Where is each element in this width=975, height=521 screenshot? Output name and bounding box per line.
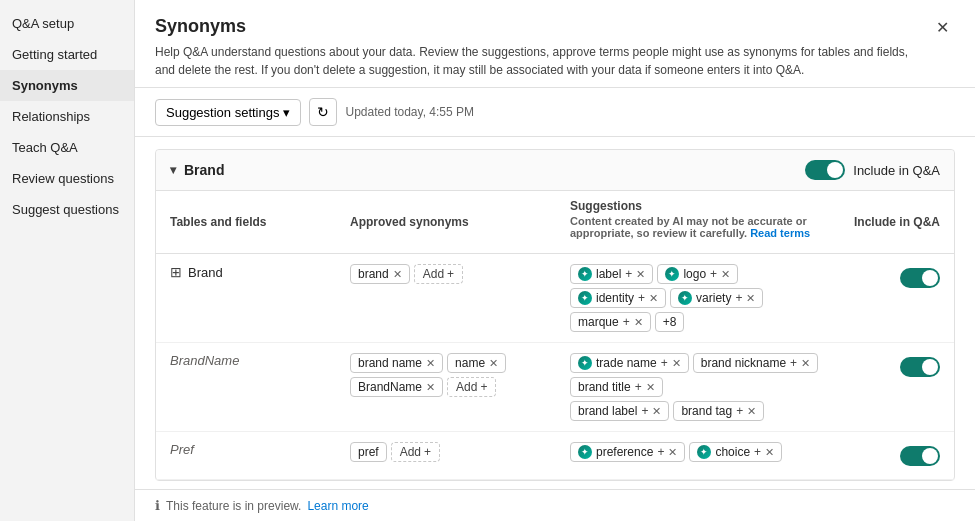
info-icon: ℹ	[155, 498, 160, 513]
toolbar: Suggestion settings ▾ ↻ Updated today, 4…	[135, 88, 975, 137]
approve-suggestion-button[interactable]: +	[736, 404, 743, 418]
sidebar-item-synonyms[interactable]: Synonyms	[0, 70, 134, 101]
remove-tag-button[interactable]: ✕	[393, 268, 402, 281]
col-header-tables-fields: Tables and fields	[156, 191, 336, 254]
sidebar-item-review-questions[interactable]: Review questions	[0, 163, 134, 194]
brandname-row-toggle[interactable]	[900, 357, 940, 377]
brand-section-title: Brand	[184, 162, 224, 178]
reject-suggestion-button[interactable]: ✕	[636, 268, 645, 281]
reject-suggestion-button[interactable]: ✕	[634, 316, 643, 329]
approve-suggestion-button[interactable]: +	[635, 380, 642, 394]
content-area: ▾ Brand Include in Q&A Tables and fi	[135, 137, 975, 489]
approve-suggestion-button[interactable]: +	[625, 267, 632, 281]
brand-section-header-left: ▾ Brand	[170, 162, 224, 178]
approved-cell-pref: pref Add +	[336, 432, 556, 480]
sidebar: Q&A setup Getting started Synonyms Relat…	[0, 0, 135, 521]
suggestion-tag: ✦ label + ✕	[570, 264, 653, 284]
plus-icon: +	[447, 267, 454, 281]
field-cell-brandname: BrandName	[156, 343, 336, 432]
approve-suggestion-button[interactable]: +	[623, 315, 630, 329]
synonym-table: Tables and fields Approved synonyms Sugg…	[156, 191, 954, 480]
approved-tag: brand name ✕	[350, 353, 443, 373]
remove-tag-button[interactable]: ✕	[426, 381, 435, 394]
ai-icon: ✦	[578, 445, 592, 459]
reject-suggestion-button[interactable]: ✕	[646, 381, 655, 394]
ai-icon: ✦	[665, 267, 679, 281]
approve-suggestion-button[interactable]: +	[790, 356, 797, 370]
header-left: Synonyms Help Q&A understand questions a…	[155, 16, 930, 79]
reject-suggestion-button[interactable]: ✕	[672, 357, 681, 370]
suggestion-settings-button[interactable]: Suggestion settings ▾	[155, 99, 301, 126]
approve-suggestion-button[interactable]: +	[754, 445, 761, 459]
approved-tag: brand ✕	[350, 264, 410, 284]
field-cell-brand: ⊞ Brand	[156, 254, 336, 343]
suggestion-tag-plain: brand label + ✕	[570, 401, 669, 421]
approved-cell-brandname: brand name ✕ name ✕ BrandName	[336, 343, 556, 432]
approve-suggestion-button[interactable]: +	[638, 291, 645, 305]
reject-suggestion-button[interactable]: ✕	[721, 268, 730, 281]
include-cell-pref	[834, 432, 954, 480]
suggestion-tag-plain: brand title + ✕	[570, 377, 663, 397]
table-row: Pref pref Add +	[156, 432, 954, 480]
col-header-suggestions: Suggestions Content created by AI may no…	[556, 191, 834, 254]
ai-icon: ✦	[578, 291, 592, 305]
remove-tag-button[interactable]: ✕	[426, 357, 435, 370]
suggestions-cell-pref: ✦ preference + ✕ ✦ choice + ✕	[556, 432, 834, 480]
field-label-brandname: BrandName	[170, 353, 239, 368]
pref-row-toggle[interactable]	[900, 446, 940, 466]
page-title: Synonyms	[155, 16, 930, 37]
field-label-pref: Pref	[170, 442, 194, 457]
reject-suggestion-button[interactable]: ✕	[649, 292, 658, 305]
field-label-brand: Brand	[188, 265, 223, 280]
suggestion-tag-plain: marque + ✕	[570, 312, 651, 332]
sidebar-item-qa-setup[interactable]: Q&A setup	[0, 8, 134, 39]
brand-section-header: ▾ Brand Include in Q&A	[156, 150, 954, 191]
approve-suggestion-button[interactable]: +	[735, 291, 742, 305]
refresh-button[interactable]: ↻	[309, 98, 337, 126]
sidebar-item-teach-qa[interactable]: Teach Q&A	[0, 132, 134, 163]
sidebar-item-relationships[interactable]: Relationships	[0, 101, 134, 132]
approve-suggestion-button[interactable]: +	[657, 445, 664, 459]
read-terms-link[interactable]: Read terms	[750, 227, 810, 239]
learn-more-link[interactable]: Learn more	[307, 499, 368, 513]
suggestions-cell-brand: ✦ label + ✕ ✦ logo + ✕	[556, 254, 834, 343]
suggestion-tag: ✦ identity + ✕	[570, 288, 666, 308]
approve-suggestion-button[interactable]: +	[710, 267, 717, 281]
reject-suggestion-button[interactable]: ✕	[801, 357, 810, 370]
reject-suggestion-button[interactable]: ✕	[747, 405, 756, 418]
approved-tag: pref	[350, 442, 387, 462]
add-approved-button[interactable]: Add +	[447, 377, 496, 397]
add-approved-button[interactable]: Add +	[391, 442, 440, 462]
suggestion-tag: ✦ logo + ✕	[657, 264, 738, 284]
approve-suggestion-button[interactable]: +	[641, 404, 648, 418]
suggestion-tag: ✦ preference + ✕	[570, 442, 685, 462]
footer-text: This feature is in preview.	[166, 499, 301, 513]
footer: ℹ This feature is in preview. Learn more	[135, 489, 975, 521]
include-cell-brand	[834, 254, 954, 343]
ai-icon: ✦	[578, 267, 592, 281]
col-header-approved-synonyms: Approved synonyms	[336, 191, 556, 254]
more-suggestions-badge[interactable]: +8	[655, 312, 685, 332]
close-button[interactable]: ✕	[930, 16, 955, 39]
brand-row-toggle[interactable]	[900, 268, 940, 288]
approve-suggestion-button[interactable]: +	[661, 356, 668, 370]
table-grid-icon: ⊞	[170, 264, 182, 280]
brand-section-toggle[interactable]	[805, 160, 845, 180]
approved-tag: BrandName ✕	[350, 377, 443, 397]
reject-suggestion-button[interactable]: ✕	[765, 446, 774, 459]
sidebar-item-suggest-questions[interactable]: Suggest questions	[0, 194, 134, 225]
reject-suggestion-button[interactable]: ✕	[652, 405, 661, 418]
suggestion-tag: ✦ variety + ✕	[670, 288, 763, 308]
suggestion-tag-plain: brand tag + ✕	[673, 401, 764, 421]
collapse-icon[interactable]: ▾	[170, 163, 176, 177]
suggestion-tag: ✦ trade name + ✕	[570, 353, 689, 373]
reject-suggestion-button[interactable]: ✕	[746, 292, 755, 305]
ai-icon: ✦	[578, 356, 592, 370]
refresh-icon: ↻	[317, 104, 329, 120]
reject-suggestion-button[interactable]: ✕	[668, 446, 677, 459]
add-approved-button[interactable]: Add +	[414, 264, 463, 284]
sidebar-item-getting-started[interactable]: Getting started	[0, 39, 134, 70]
approved-tag: name ✕	[447, 353, 506, 373]
suggestion-settings-label: Suggestion settings	[166, 105, 279, 120]
remove-tag-button[interactable]: ✕	[489, 357, 498, 370]
